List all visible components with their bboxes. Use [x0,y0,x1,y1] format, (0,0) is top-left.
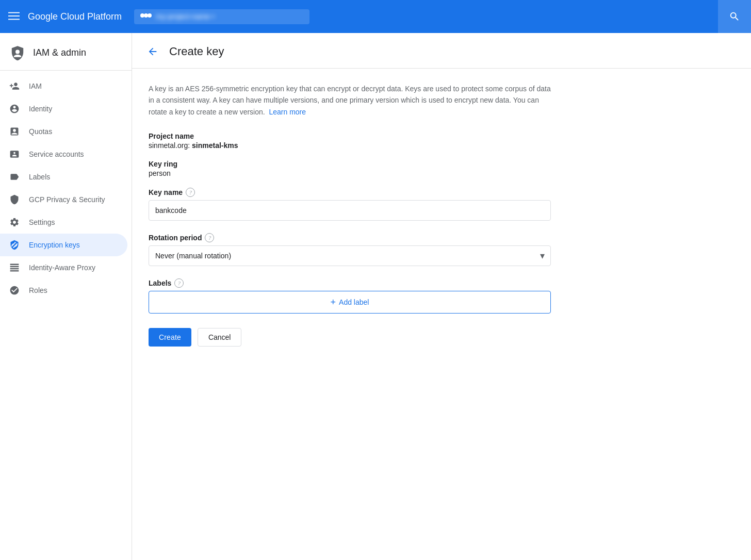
key-name-input[interactable] [149,200,551,221]
app-title: Google Cloud Platform [28,11,122,22]
sidebar-label-encryption-keys: Encryption keys [29,241,80,249]
layout: IAM & admin IAM Identity Quotas [0,33,751,560]
svg-rect-8 [10,266,19,268]
rotation-period-help-icon[interactable]: ? [205,233,214,242]
project-name-section: Project name sinmetal.org: sinmetal-kms [149,132,734,150]
sidebar-title: IAM & admin [33,47,86,58]
iam-admin-icon [8,43,27,62]
sidebar-label-identity: Identity [29,105,52,113]
sidebar-item-roles[interactable]: Roles [0,279,127,302]
project-name-label: Project name [149,132,734,140]
svg-point-4 [144,13,148,18]
sidebar-item-settings[interactable]: Settings [0,211,127,234]
sidebar-item-gcp-privacy-security[interactable]: GCP Privacy & Security [0,188,127,211]
sidebar-item-identity[interactable]: Identity [0,97,127,120]
sidebar-label-quotas: Quotas [29,127,52,136]
privacy-security-icon [8,193,21,206]
rotation-period-label-row: Rotation period ? [149,233,734,242]
svg-rect-7 [10,264,19,266]
back-button[interactable] [144,43,161,60]
create-button[interactable]: Create [149,328,191,347]
page-title: Create key [169,45,224,58]
sidebar-item-encryption-keys[interactable]: Encryption keys [0,234,127,256]
identity-aware-proxy-icon [8,261,21,274]
project-name: my-project-name • [156,12,303,21]
main-body: A key is an AES 256-symmetric encryption… [132,69,751,363]
key-name-label: Key name [149,188,183,196]
svg-rect-0 [8,12,20,13]
topbar: Google Cloud Platform my-project-name • [0,0,751,33]
search-icon [729,11,740,22]
menu-icon[interactable] [8,10,20,23]
search-button[interactable] [718,0,751,33]
add-label-text: Add label [339,298,369,306]
sidebar-label-settings: Settings [29,218,55,226]
add-label-button[interactable]: + Add label [149,291,551,314]
svg-rect-1 [8,15,20,17]
rotation-period-select[interactable]: Never (manual rotation) 90 days 180 days… [149,245,551,266]
sidebar: IAM & admin IAM Identity Quotas [0,33,132,560]
sidebar-item-service-accounts[interactable]: Service accounts [0,143,127,166]
sidebar-label-roles: Roles [29,286,47,294]
sidebar-label-service-accounts: Service accounts [29,150,84,158]
sidebar-item-iam[interactable]: IAM [0,75,127,97]
roles-icon [8,284,21,297]
svg-point-5 [148,13,152,18]
encryption-keys-icon [8,239,21,251]
key-name-field: Key name ? [149,188,734,221]
identity-icon [8,103,21,115]
sidebar-label-labels: Labels [29,173,50,181]
learn-more-link[interactable]: Learn more [269,108,306,116]
main-header: Create key [132,33,751,69]
svg-rect-9 [10,268,19,270]
quotas-icon [8,125,21,138]
sidebar-label-identity-aware-proxy: Identity-Aware Proxy [29,263,95,272]
sidebar-item-identity-aware-proxy[interactable]: Identity-Aware Proxy [0,256,127,279]
project-dots-icon [140,11,152,22]
svg-point-6 [15,50,20,54]
rotation-period-label: Rotation period [149,234,202,242]
svg-rect-2 [8,19,20,20]
project-selector[interactable]: my-project-name • [134,9,309,24]
project-name-value: sinmetal.org: sinmetal-kms [149,141,734,150]
settings-icon [8,216,21,228]
cancel-button[interactable]: Cancel [198,328,242,347]
svg-rect-10 [10,270,19,272]
sidebar-header: IAM & admin [0,33,132,71]
labels-field: Labels ? + Add label [149,278,734,314]
sidebar-label-iam: IAM [29,82,42,90]
key-ring-section: Key ring person [149,160,734,177]
sidebar-item-labels[interactable]: Labels [0,166,127,188]
description-text: A key is an AES 256-symmetric encryption… [149,83,551,118]
action-buttons: Create Cancel [149,328,734,347]
labels-label-row: Labels ? [149,278,734,288]
labels-help-icon[interactable]: ? [174,278,184,288]
svg-point-3 [140,13,144,18]
sidebar-label-gcp-privacy-security: GCP Privacy & Security [29,195,105,204]
rotation-period-select-wrapper: Never (manual rotation) 90 days 180 days… [149,245,551,266]
rotation-period-field: Rotation period ? Never (manual rotation… [149,233,734,266]
key-ring-label: Key ring [149,160,734,168]
labels-label: Labels [149,279,171,287]
sidebar-item-quotas[interactable]: Quotas [0,120,127,143]
main-content: Create key A key is an AES 256-symmetric… [132,33,751,560]
key-ring-value: person [149,169,734,177]
iam-icon [8,80,21,92]
key-name-help-icon[interactable]: ? [186,188,195,197]
add-label-plus-icon: + [331,298,336,307]
service-accounts-icon [8,148,21,160]
key-name-label-row: Key name ? [149,188,734,197]
labels-icon [8,171,21,183]
